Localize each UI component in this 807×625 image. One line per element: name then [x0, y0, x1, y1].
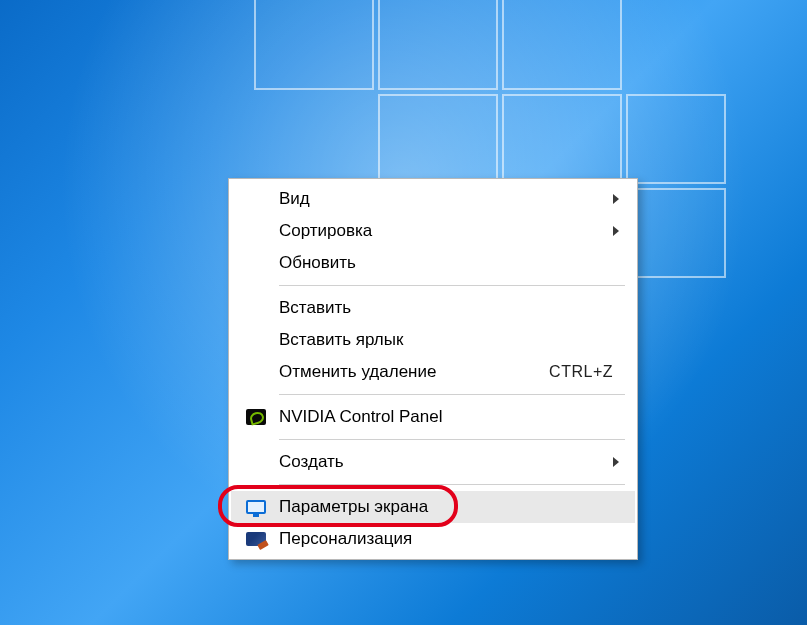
- wallpaper-pane: [626, 94, 726, 184]
- monitor-icon: [245, 498, 267, 516]
- menu-item-new[interactable]: Создать: [231, 446, 635, 478]
- chevron-right-icon: [613, 226, 619, 236]
- menu-item-label: Параметры экрана: [279, 497, 428, 517]
- menu-separator: [279, 484, 625, 485]
- menu-item-shortcut: CTRL+Z: [549, 363, 613, 381]
- menu-item-label: NVIDIA Control Panel: [279, 407, 442, 427]
- chevron-right-icon: [613, 194, 619, 204]
- menu-item-label: Вставить ярлык: [279, 330, 403, 350]
- nvidia-icon: [245, 408, 267, 426]
- menu-item-label: Персонализация: [279, 529, 412, 549]
- desktop-context-menu: Вид Сортировка Обновить Вставить Вставит…: [228, 178, 638, 560]
- wallpaper-pane: [378, 0, 498, 90]
- menu-item-label: Вставить: [279, 298, 351, 318]
- wallpaper-pane: [378, 94, 498, 184]
- wallpaper-pane: [626, 188, 726, 278]
- menu-item-paste-shortcut[interactable]: Вставить ярлык: [231, 324, 635, 356]
- menu-item-sort[interactable]: Сортировка: [231, 215, 635, 247]
- menu-item-undo-delete[interactable]: Отменить удаление CTRL+Z: [231, 356, 635, 388]
- menu-item-personalize[interactable]: Персонализация: [231, 523, 635, 555]
- menu-item-nvidia-control-panel[interactable]: NVIDIA Control Panel: [231, 401, 635, 433]
- menu-item-display-settings[interactable]: Параметры экрана: [231, 491, 635, 523]
- wallpaper-pane: [502, 0, 622, 90]
- menu-item-label: Сортировка: [279, 221, 372, 241]
- menu-item-label: Создать: [279, 452, 344, 472]
- menu-item-refresh[interactable]: Обновить: [231, 247, 635, 279]
- menu-item-label: Отменить удаление: [279, 362, 436, 382]
- menu-separator: [279, 394, 625, 395]
- wallpaper-pane: [502, 94, 622, 184]
- menu-item-label: Обновить: [279, 253, 356, 273]
- menu-separator: [279, 285, 625, 286]
- wallpaper-pane: [254, 0, 374, 90]
- chevron-right-icon: [613, 457, 619, 467]
- menu-item-label: Вид: [279, 189, 310, 209]
- menu-separator: [279, 439, 625, 440]
- personalize-icon: [245, 530, 267, 548]
- menu-item-paste[interactable]: Вставить: [231, 292, 635, 324]
- menu-item-view[interactable]: Вид: [231, 183, 635, 215]
